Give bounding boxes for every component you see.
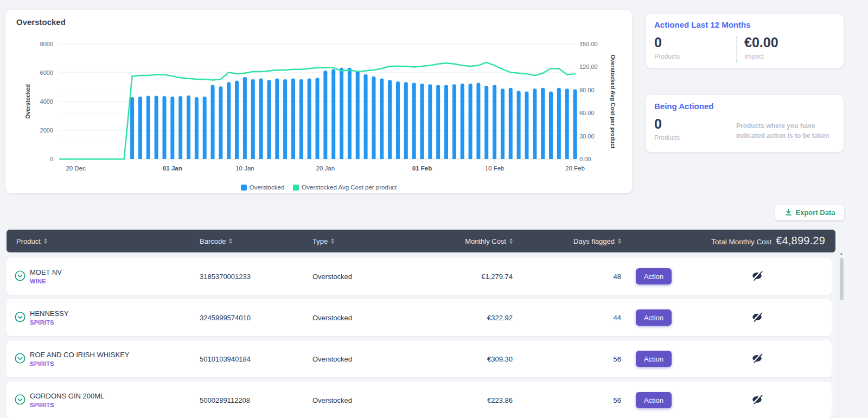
type-value: Overstocked (312, 396, 352, 404)
svg-text:0: 0 (50, 156, 53, 162)
barcode-cell: 3185370001233 (200, 258, 251, 295)
column-header-product[interactable]: Product (16, 230, 47, 252)
monthly-cost-cell: €223.86 (487, 382, 513, 418)
scrollbar-up-arrow-icon[interactable] (840, 252, 843, 255)
product-cell: GORDONS GIN 200MLSPIRITS (30, 382, 104, 418)
eye-slash-icon[interactable] (751, 352, 763, 366)
column-label: Monthly Cost (465, 237, 506, 245)
being-actioned-products-value: 0 (654, 117, 680, 132)
actioned-products-value: 0 (654, 35, 680, 50)
type-cell: Overstocked (312, 340, 352, 377)
svg-text:90.00: 90.00 (579, 87, 595, 93)
hide-cell (751, 382, 763, 418)
actioned-products-stat: 0 Products (654, 35, 680, 60)
being-actioned-card: Being Actioned 0 Products Products where… (646, 95, 844, 152)
export-data-button[interactable]: Export Data (775, 205, 844, 220)
legend-swatch-icon (293, 185, 299, 191)
product-category: SPIRITS (30, 402, 104, 408)
chevron-down-circle-icon (14, 270, 26, 283)
sort-caret-icon[interactable] (618, 238, 621, 244)
sort-caret-icon[interactable] (331, 238, 334, 244)
actioned-impact-stat: €0.00 Impact (744, 35, 778, 60)
table-row: MOET NVWINE3185370001233Overstocked€1,27… (7, 258, 832, 295)
legend-swatch-icon (241, 185, 247, 191)
barcode-value: 5000289112208 (200, 396, 250, 404)
actioned-card-title: Actioned Last 12 Months (654, 20, 751, 29)
monthly-cost-value: €322.92 (487, 314, 513, 322)
expand-row-button[interactable] (14, 340, 26, 377)
barcode-value: 3245999574010 (200, 314, 251, 322)
total-monthly-cost: Total Monthly Cost €4,899.29 (711, 230, 825, 257)
action-button[interactable]: Action (636, 351, 672, 367)
product-category: SPIRITS (30, 360, 129, 367)
eye-slash-icon[interactable] (751, 393, 763, 407)
sort-caret-icon[interactable] (44, 238, 47, 244)
product-cell: ROE AND CO IRISH WHISKEYSPIRITS (30, 340, 129, 377)
column-label: Type (312, 237, 328, 245)
table-scrollbar[interactable] (838, 250, 845, 418)
svg-text:150.00: 150.00 (579, 41, 598, 47)
table-header: Total Monthly Cost €4,899.29 ProductBarc… (7, 230, 835, 252)
being-actioned-card-title: Being Actioned (654, 102, 713, 111)
svg-text:6000: 6000 (40, 69, 53, 76)
action-button[interactable]: Action (636, 392, 672, 408)
expand-row-button[interactable] (14, 258, 26, 295)
expand-row-button[interactable] (14, 299, 26, 336)
column-header-monthly-cost[interactable]: Monthly Cost (465, 230, 513, 252)
days-flagged-cell: 44 (614, 299, 621, 336)
type-cell: Overstocked (312, 258, 352, 295)
sort-caret-icon[interactable] (229, 238, 232, 244)
action-cell: Action (636, 382, 672, 418)
being-actioned-products-stat: 0 Products (654, 117, 680, 142)
barcode-cell: 5010103940184 (200, 340, 251, 377)
eye-slash-icon[interactable] (751, 269, 763, 283)
chevron-down-circle-icon (14, 352, 26, 366)
actioned-last-12-months-card: Actioned Last 12 Months 0 Products €0.00… (646, 14, 844, 68)
column-header-days-flagged[interactable]: Days flagged (573, 230, 621, 252)
days-flagged-value: 56 (614, 355, 621, 363)
action-button[interactable]: Action (636, 268, 672, 284)
svg-text:Overstocked Avg Cost per produ: Overstocked Avg Cost per product (610, 54, 616, 149)
column-header-barcode[interactable]: Barcode (200, 230, 232, 252)
hide-cell (751, 258, 763, 295)
product-cell: MOET NVWINE (30, 258, 62, 295)
chevron-down-circle-icon (14, 394, 26, 407)
overstocked-chart-card: Overstocked 020004000600080000.0030.0060… (5, 10, 632, 193)
table-row: GORDONS GIN 200MLSPIRITS5000289112208Ove… (7, 382, 832, 418)
product-name: GORDONS GIN 200ML (30, 392, 104, 400)
svg-text:01 Jan: 01 Jan (163, 165, 182, 172)
overstocked-chart: 020004000600080000.0030.0060.0090.00120.… (5, 10, 632, 193)
action-cell: Action (636, 340, 672, 377)
export-data-label: Export Data (796, 208, 835, 217)
barcode-cell: 3245999574010 (200, 299, 251, 336)
column-label: Barcode (200, 237, 226, 245)
table-row: HENNESSYSPIRITS3245999574010Overstocked€… (7, 299, 832, 336)
product-name: MOET NV (30, 268, 62, 276)
action-button[interactable]: Action (636, 309, 672, 326)
chevron-down-circle-icon (14, 311, 26, 325)
product-cell: HENNESSYSPIRITS (30, 299, 69, 336)
svg-text:20 Feb: 20 Feb (565, 165, 585, 172)
svg-text:120.00: 120.00 (579, 64, 598, 70)
chart-legend: OverstockedOverstocked Avg Cost per prod… (5, 184, 632, 191)
svg-text:Overstocked: Overstocked (24, 84, 31, 119)
svg-text:01 Feb: 01 Feb (412, 165, 432, 172)
column-header-type[interactable]: Type (312, 230, 334, 252)
days-flagged-value: 44 (614, 314, 621, 322)
type-value: Overstocked (312, 273, 352, 281)
barcode-value: 5010103940184 (200, 355, 251, 363)
days-flagged-value: 56 (614, 396, 621, 404)
barcode-cell: 5000289112208 (200, 382, 250, 418)
eye-slash-icon[interactable] (751, 311, 763, 325)
monthly-cost-cell: €322.92 (487, 299, 513, 336)
scrollbar-thumb[interactable] (840, 258, 844, 300)
action-cell: Action (636, 299, 672, 336)
table-row: ROE AND CO IRISH WHISKEYSPIRITS501010394… (7, 340, 832, 377)
svg-text:20 Jan: 20 Jan (316, 165, 335, 172)
expand-row-button[interactable] (14, 382, 26, 418)
svg-text:60.00: 60.00 (579, 110, 595, 116)
download-icon (784, 208, 793, 217)
monthly-cost-cell: €309.30 (487, 340, 513, 377)
sort-caret-icon[interactable] (509, 238, 513, 244)
svg-text:8000: 8000 (40, 41, 53, 47)
